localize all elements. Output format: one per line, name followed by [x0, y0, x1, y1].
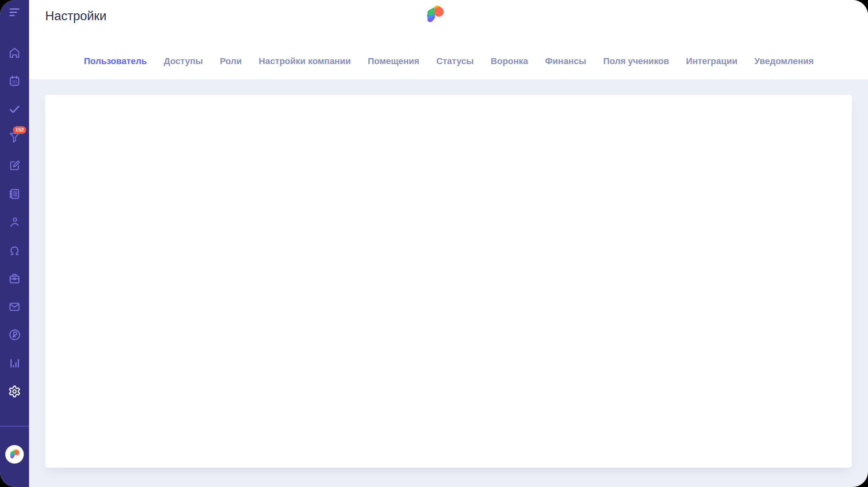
paraplan-petal-logo — [8, 448, 21, 461]
menu-lines-icon — [8, 7, 21, 19]
tab-roles[interactable]: Роли — [220, 56, 242, 67]
workspace-avatar[interactable] — [5, 445, 24, 464]
settings-tabs: Пользователь Доступы Роли Настройки комп… — [84, 56, 814, 67]
sidebar: 152 — [0, 0, 29, 487]
calendar-icon — [8, 75, 21, 88]
main-content — [29, 79, 868, 487]
briefcase-icon — [8, 273, 21, 286]
app-logo — [424, 4, 446, 26]
tab-student-fields[interactable]: Поля учеников — [603, 56, 669, 67]
mail-icon — [8, 301, 21, 314]
menu-toggle-button[interactable] — [0, 5, 29, 21]
tab-notifications[interactable]: Уведомления — [754, 56, 814, 67]
sidebar-item-clients[interactable] — [8, 244, 21, 257]
settings-gear-icon — [8, 385, 21, 399]
sidebar-item-dashboard[interactable] — [8, 47, 21, 60]
tab-rooms[interactable]: Помещения — [368, 56, 419, 67]
notebook-icon — [8, 188, 21, 201]
bar-chart-icon — [8, 357, 21, 370]
sidebar-item-journal[interactable] — [8, 188, 21, 201]
tab-company-settings[interactable]: Настройки компании — [259, 56, 351, 67]
sidebar-item-mail[interactable] — [8, 301, 21, 314]
tab-access[interactable]: Доступы — [164, 56, 203, 67]
tab-user[interactable]: Пользователь — [84, 56, 147, 67]
ruble-circle-icon — [8, 329, 21, 342]
sidebar-item-settings[interactable] — [8, 385, 21, 398]
page-header: Настройки Пользователь Доступы Роли Наст… — [29, 0, 868, 79]
sidebar-item-leads[interactable] — [8, 216, 21, 229]
tab-funnel[interactable]: Воронка — [491, 56, 528, 67]
paraplan-petal-logo — [424, 4, 446, 26]
edit-square-icon — [9, 160, 21, 173]
tab-statuses[interactable]: Статусы — [436, 56, 474, 67]
home-icon — [8, 47, 21, 60]
funnel-count-badge: 152 — [13, 126, 26, 134]
sidebar-item-reports[interactable] — [8, 357, 21, 370]
app-window: 152 — [0, 0, 868, 487]
sidebar-item-groups[interactable] — [8, 273, 21, 285]
sidebar-item-notes[interactable] — [8, 160, 21, 173]
sidebar-divider — [0, 426, 29, 427]
tab-integrations[interactable]: Интеграции — [686, 56, 738, 67]
sidebar-item-schedule[interactable] — [8, 75, 21, 88]
sidebar-item-tasks[interactable] — [8, 103, 21, 116]
content-card — [45, 95, 852, 468]
sidebar-nav: 152 — [0, 47, 29, 398]
check-icon — [8, 103, 21, 117]
page-title: Настройки — [45, 9, 106, 23]
sidebar-item-funnel[interactable]: 152 — [8, 131, 21, 144]
tab-finance[interactable]: Финансы — [545, 56, 586, 67]
user-icon — [8, 216, 21, 229]
client-head-icon — [8, 244, 21, 258]
sidebar-item-finance[interactable] — [8, 329, 21, 342]
